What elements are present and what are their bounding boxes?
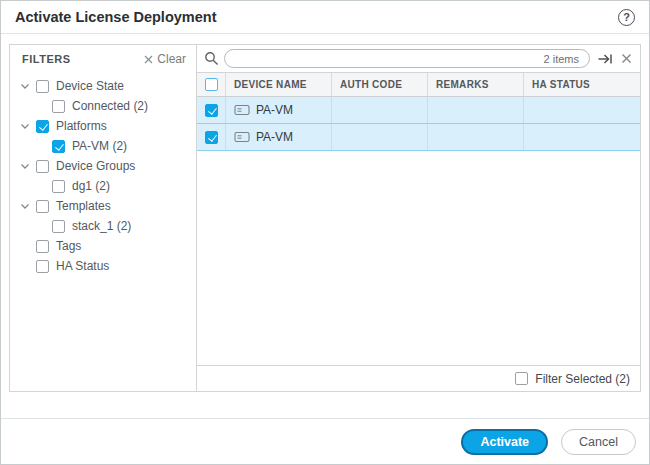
search-row: 2 items xyxy=(197,45,640,72)
filter-label: Templates xyxy=(56,199,111,213)
device-name-cell: PA-VM xyxy=(226,97,332,123)
row-checkbox-cell xyxy=(197,97,226,123)
dialog-footer: Activate Cancel xyxy=(1,418,649,464)
platforms-checkbox[interactable] xyxy=(36,120,49,133)
filter-selected-label: Filter Selected (2) xyxy=(535,372,630,386)
ha-status-checkbox[interactable] xyxy=(36,260,49,273)
close-icon xyxy=(621,53,632,64)
device-name: PA-VM xyxy=(256,130,293,144)
tags-checkbox[interactable] xyxy=(36,240,49,253)
remarks-cell xyxy=(428,97,524,123)
templates-checkbox[interactable] xyxy=(36,200,49,213)
apply-filter-button[interactable] xyxy=(598,53,613,65)
chevron-down-icon[interactable] xyxy=(20,203,36,210)
chevron-down-icon[interactable] xyxy=(20,83,36,90)
device-name-cell: PA-VM xyxy=(226,124,332,150)
ha-status-cell xyxy=(524,97,640,123)
stack-1-checkbox[interactable] xyxy=(52,220,65,233)
device-icon xyxy=(234,104,250,116)
filters-panel: FILTERS Clear Device State Connected (2) xyxy=(10,45,197,391)
row-checkbox[interactable] xyxy=(205,131,218,144)
column-header-remarks[interactable]: REMARKS xyxy=(428,73,524,96)
device-name: PA-VM xyxy=(256,103,293,117)
cancel-button[interactable]: Cancel xyxy=(561,429,636,455)
auth-code-cell xyxy=(332,97,428,123)
filter-item-stack-1[interactable]: stack_1 (2) xyxy=(10,216,196,236)
arrow-right-icon xyxy=(598,53,613,65)
remarks-cell xyxy=(428,124,524,150)
filter-group-tags[interactable]: Tags xyxy=(10,236,196,256)
row-checkbox[interactable] xyxy=(205,104,218,117)
auth-code-cell xyxy=(332,124,428,150)
clear-search-button[interactable] xyxy=(621,53,632,64)
column-header-device-name[interactable]: DEVICE NAME xyxy=(226,73,332,96)
footer-gap xyxy=(1,392,649,418)
select-all-checkbox[interactable] xyxy=(205,78,218,91)
ha-status-cell xyxy=(524,124,640,150)
pa-vm-checkbox[interactable] xyxy=(52,140,65,153)
chevron-down-icon[interactable] xyxy=(20,163,36,170)
filter-label: Device Groups xyxy=(56,159,135,173)
dialog-content: FILTERS Clear Device State Connected (2) xyxy=(9,44,641,392)
filters-tree: Device State Connected (2) Platforms PA-… xyxy=(10,73,196,276)
filters-header: FILTERS Clear xyxy=(10,45,196,73)
device-icon xyxy=(234,131,250,143)
filter-label: Device State xyxy=(56,79,124,93)
filter-group-device-state[interactable]: Device State xyxy=(10,76,196,96)
filter-group-ha-status[interactable]: HA Status xyxy=(10,256,196,276)
filter-group-templates[interactable]: Templates xyxy=(10,196,196,216)
filter-label: Tags xyxy=(56,239,81,253)
filter-group-platforms[interactable]: Platforms xyxy=(10,116,196,136)
activate-license-deployment-dialog: Activate License Deployment ? FILTERS Cl… xyxy=(0,0,650,465)
search-icon xyxy=(204,51,219,66)
table-header: DEVICE NAME AUTH CODE REMARKS HA STATUS xyxy=(197,72,640,97)
filter-label: Platforms xyxy=(56,119,107,133)
filter-item-dg1[interactable]: dg1 (2) xyxy=(10,176,196,196)
select-all-cell xyxy=(197,73,226,96)
filter-label: PA-VM (2) xyxy=(72,139,127,153)
table-footer: Filter Selected (2) xyxy=(197,365,640,391)
filters-title: FILTERS xyxy=(22,53,71,65)
table-empty-space xyxy=(197,151,640,365)
clear-filters-button[interactable]: Clear xyxy=(144,52,186,66)
search-input[interactable]: 2 items xyxy=(224,49,590,68)
dialog-header: Activate License Deployment ? xyxy=(1,1,649,34)
clear-label: Clear xyxy=(157,52,186,66)
table-row[interactable]: PA-VM xyxy=(197,97,640,124)
help-icon[interactable]: ? xyxy=(618,9,635,26)
device-state-checkbox[interactable] xyxy=(36,80,49,93)
activate-button[interactable]: Activate xyxy=(461,429,548,455)
device-table-area: 2 items DEVICE NAME AUT xyxy=(197,45,640,391)
device-groups-checkbox[interactable] xyxy=(36,160,49,173)
filter-group-device-groups[interactable]: Device Groups xyxy=(10,156,196,176)
filter-item-connected[interactable]: Connected (2) xyxy=(10,96,196,116)
filter-label: stack_1 (2) xyxy=(72,219,131,233)
connected-checkbox[interactable] xyxy=(52,100,65,113)
filter-label: HA Status xyxy=(56,259,109,273)
table-row[interactable]: PA-VM xyxy=(197,124,640,151)
clear-x-icon xyxy=(144,55,153,64)
filter-item-pa-vm[interactable]: PA-VM (2) xyxy=(10,136,196,156)
dg1-checkbox[interactable] xyxy=(52,180,65,193)
column-header-ha-status[interactable]: HA STATUS xyxy=(524,73,640,96)
dialog-title: Activate License Deployment xyxy=(15,9,216,25)
filter-label: dg1 (2) xyxy=(72,179,110,193)
items-count-badge: 2 items xyxy=(544,53,579,65)
chevron-down-icon[interactable] xyxy=(20,123,36,130)
filter-selected-checkbox[interactable] xyxy=(515,372,528,385)
row-checkbox-cell xyxy=(197,124,226,150)
filter-label: Connected (2) xyxy=(72,99,148,113)
column-header-auth-code[interactable]: AUTH CODE xyxy=(332,73,428,96)
